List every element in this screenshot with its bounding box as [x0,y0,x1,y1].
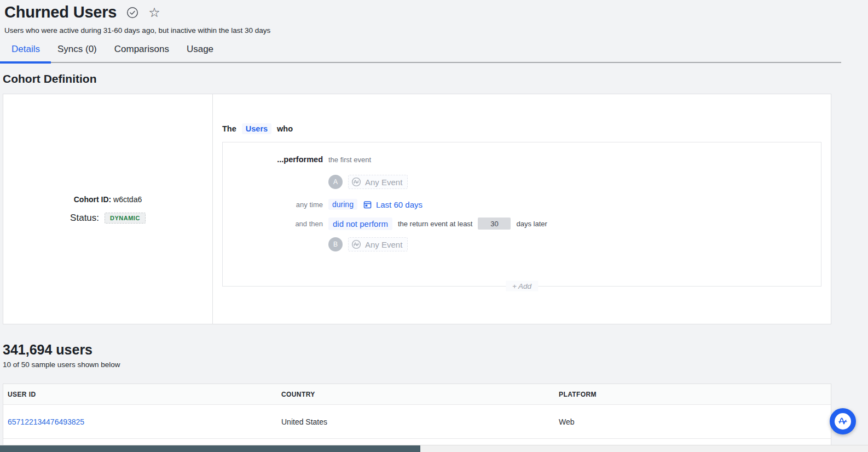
any-event-label-a: Any Event [365,178,402,187]
verified-check-icon[interactable] [126,7,138,19]
active-tab-underline [0,61,51,64]
col-platform: PLATFORM [559,391,831,398]
did-not-perform-selector[interactable]: did not perform [328,218,392,230]
date-range-selector[interactable]: Last 60 days [363,200,423,209]
user-id-link[interactable]: 657122134476493825 [8,417,281,426]
amplitude-logo-icon [835,413,851,430]
calendar-icon [363,200,372,209]
event-row-b: B Any Event [223,237,821,252]
first-event-label: the first event [328,156,371,164]
sample-users-table: USER ID COUNTRY PLATFORM 657122134476493… [3,384,831,448]
country-cell: United States [281,417,559,426]
tab-syncs[interactable]: Syncs (0) [57,44,97,60]
return-event-text: the return event at least [398,220,473,228]
page: Churned Users ☆ Users who were active du… [0,0,868,452]
any-event-icon [351,177,361,187]
amplitude-help-fab[interactable] [830,408,856,434]
users-count: 341,694 users [3,342,92,358]
cohort-id-value: w6ctda6 [113,195,142,204]
header: Churned Users ☆ [4,3,160,21]
event-selector-a[interactable]: Any Event [348,175,408,189]
users-selector[interactable]: Users [242,123,271,134]
page-title: Churned Users [4,3,117,21]
tab-bar: Details Syncs (0) Comparisons Usage [11,44,213,60]
horizontal-scrollbar[interactable] [0,445,868,452]
status-badge: DYNAMIC [105,213,146,224]
date-range-label: Last 60 days [376,200,423,209]
event-letter-a: A [328,175,343,189]
any-event-label-b: Any Event [365,240,402,249]
event-selector-b[interactable]: Any Event [348,237,408,251]
any-time-label: any time [223,201,323,209]
cohort-status: Status: DYNAMIC [70,213,146,224]
status-label: Status: [70,213,99,224]
anytime-row: any time during Last 60 days [223,197,821,211]
during-selector[interactable]: during [328,199,357,210]
horizontal-scrollbar-thumb[interactable] [0,445,420,452]
add-clause-button[interactable]: + Add [506,281,538,291]
cohort-meta-panel: Cohort ID: w6ctda6 Status: DYNAMIC [3,94,213,324]
subject-line: The Users who [222,123,293,134]
subject-prefix: The [222,124,236,133]
tab-divider [0,62,841,63]
table-row: 657122134476493825 United States Web [3,405,831,439]
any-event-icon [351,239,361,249]
andthen-row: and then did not perform the return even… [223,216,821,231]
tab-usage[interactable]: Usage [187,44,213,60]
cohort-definition-card: Cohort ID: w6ctda6 Status: DYNAMIC The U… [3,94,831,324]
and-then-label: and then [223,220,323,228]
cohort-builder-panel: The Users who ...performed the first eve… [213,94,831,324]
performed-label: ...performed [223,155,323,164]
tab-details[interactable]: Details [11,44,40,60]
favorite-star-icon[interactable]: ☆ [148,6,160,19]
performed-row: ...performed the first event [223,153,821,165]
page-subtitle: Users who were active during 31-60 days … [4,26,270,35]
days-later-label: days later [516,220,547,228]
col-country: COUNTRY [281,391,559,398]
platform-cell: Web [559,417,831,426]
col-user-id: USER ID [8,391,281,398]
cohort-id-label: Cohort ID: [74,195,111,204]
definition-clause-panel: ...performed the first event A [222,142,821,287]
event-letter-b: B [328,237,343,251]
cohort-definition-heading: Cohort Definition [3,72,96,85]
cohort-id: Cohort ID: w6ctda6 [74,195,142,204]
tab-comparisons[interactable]: Comparisons [114,44,169,60]
sample-users-note: 10 of 50 sample users shown below [3,361,120,369]
subject-suffix: who [277,124,293,133]
days-later-input[interactable] [478,218,511,230]
event-row-a: A Any Event [223,174,821,190]
table-header-row: USER ID COUNTRY PLATFORM [3,384,831,405]
